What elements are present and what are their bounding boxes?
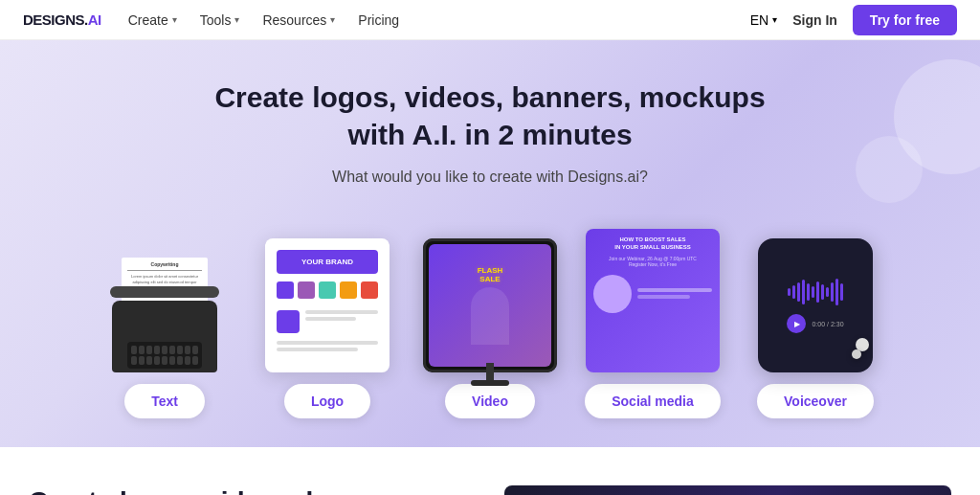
logo-ai: AI xyxy=(88,11,101,28)
text-card-image: Copywriting Lorem ipsum dolor sit amet c… xyxy=(93,238,236,372)
chevron-down-icon: ▾ xyxy=(330,14,335,25)
logo-card-image: YOUR BRAND xyxy=(256,238,399,372)
chevron-down-icon: ▾ xyxy=(172,14,177,25)
navbar: DESIGNS.AI Create ▾ Tools ▾ Resources ▾ … xyxy=(0,0,980,40)
category-cards-row: Copywriting Lorem ipsum dolor sit amet c… xyxy=(19,224,961,418)
chevron-down-icon: ▾ xyxy=(234,14,239,25)
voiceover-card-image: ▶ 0:00 / 2:30 xyxy=(744,224,887,372)
hero-subtitle: What would you like to create with Desig… xyxy=(19,169,961,186)
typewriter-illustration: Copywriting Lorem ipsum dolor sit amet c… xyxy=(102,258,227,372)
try-for-free-button[interactable]: Try for free xyxy=(853,5,957,35)
language-selector[interactable]: EN ▾ xyxy=(750,12,777,28)
nav-links: Create ▾ Tools ▾ Resources ▾ Pricing xyxy=(128,12,750,28)
waveform xyxy=(788,278,843,306)
nav-pricing[interactable]: Pricing xyxy=(358,12,399,28)
play-icon: ▶ xyxy=(787,314,806,333)
second-text: Create logos, videos, banners, mockups xyxy=(29,485,476,495)
nav-tools[interactable]: Tools ▾ xyxy=(200,12,240,28)
second-image xyxy=(504,485,951,495)
video-card-button[interactable]: Video xyxy=(445,384,535,418)
social-media-card: HOW TO BOOST SALESIN YOUR SMALL BUSINESS… xyxy=(581,224,724,418)
video-card-image: FLASHSALE xyxy=(418,238,562,372)
logo-card: YOUR BRAND xyxy=(256,238,399,418)
second-section: Create logos, videos, banners, mockups xyxy=(0,447,980,495)
social-media-card-button[interactable]: Social media xyxy=(585,384,721,418)
logo[interactable]: DESIGNS.AI xyxy=(23,11,101,28)
hero-title: Create logos, videos, banners, mockups w… xyxy=(193,79,787,153)
video-card: FLASHSALE Video xyxy=(418,238,562,418)
nav-create[interactable]: Create ▾ xyxy=(128,12,177,28)
social-media-illustration: HOW TO BOOST SALESIN YOUR SMALL BUSINESS… xyxy=(586,229,720,372)
sign-in-button[interactable]: Sign In xyxy=(792,12,837,28)
text-card: Copywriting Lorem ipsum dolor sit amet c… xyxy=(93,238,236,418)
chevron-down-icon: ▾ xyxy=(772,14,777,25)
hero-section: Create logos, videos, banners, mockups w… xyxy=(0,40,980,447)
nav-right: EN ▾ Sign In Try for free xyxy=(750,5,957,35)
earbuds-icon xyxy=(842,338,869,365)
voiceover-illustration: ▶ 0:00 / 2:30 xyxy=(758,238,873,372)
social-media-card-image: HOW TO BOOST SALESIN YOUR SMALL BUSINESS… xyxy=(581,224,724,372)
nav-resources[interactable]: Resources ▾ xyxy=(262,12,335,28)
text-card-button[interactable]: Text xyxy=(124,384,205,418)
voiceover-card: ▶ 0:00 / 2:30 Voiceover xyxy=(744,224,887,418)
second-title: Create logos, videos, banners, mockups xyxy=(29,485,476,495)
logo-illustration: YOUR BRAND xyxy=(265,238,390,372)
logo-card-button[interactable]: Logo xyxy=(284,384,370,418)
video-illustration: FLASHSALE xyxy=(423,238,557,372)
voiceover-card-button[interactable]: Voiceover xyxy=(757,384,874,418)
logo-text: DESIGNS. xyxy=(23,11,88,28)
